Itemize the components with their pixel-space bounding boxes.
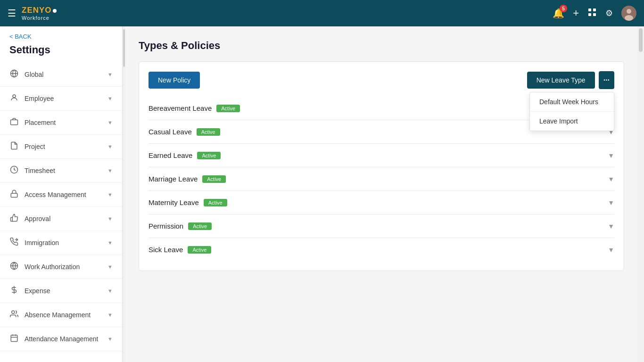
leave-name: Sick Leave: [149, 246, 183, 254]
logo: ZENYO Workforce: [22, 6, 57, 21]
leave-row[interactable]: Marriage Leave Active ▼: [149, 167, 614, 191]
dropdown-menu: Default Week Hours Leave Import: [529, 92, 614, 131]
chevron-approval: ▼: [107, 216, 113, 222]
leave-name: Earned Leave: [149, 151, 192, 159]
sidebar-label-attendance-management: Attendance Management: [25, 335, 98, 343]
chevron-placement: ▼: [107, 120, 113, 125]
sidebar-item-attendance-management[interactable]: Attendance Management ▼: [0, 327, 122, 351]
add-icon[interactable]: +: [573, 7, 579, 19]
svg-rect-3: [593, 13, 596, 16]
svg-rect-0: [588, 8, 591, 11]
immigration-icon: [9, 238, 19, 248]
main-layout: < BACK Settings Global ▼ Employee: [0, 26, 644, 362]
leave-row[interactable]: Permission Active ▼: [149, 214, 614, 238]
chevron-timesheet: ▼: [107, 168, 113, 173]
access-icon: [9, 189, 19, 200]
toolbar: New Policy New Leave Type ··· Default We…: [149, 71, 614, 89]
status-badge: Active: [202, 175, 226, 183]
back-button[interactable]: < BACK: [0, 26, 122, 42]
sidebar-item-immigration[interactable]: Immigration ▼: [0, 231, 122, 255]
chevron-access: ▼: [107, 192, 113, 197]
work-auth-icon: [9, 262, 19, 272]
gear-icon[interactable]: ⚙: [605, 8, 613, 18]
placement-icon: [9, 117, 19, 128]
leave-name: Bereavement Leave: [149, 104, 212, 112]
chevron-expense: ▼: [107, 288, 113, 294]
sidebar-label-work-authorization: Work Authorization: [25, 263, 80, 271]
project-icon: [9, 141, 19, 152]
sidebar-item-absence-management[interactable]: Absence Management ▼: [0, 303, 122, 327]
new-leave-type-button[interactable]: New Leave Type: [527, 72, 595, 89]
leave-name: Permission: [149, 222, 183, 230]
attendance-icon: [9, 334, 19, 344]
sidebar-scroll: Global ▼ Employee ▼ Placemen: [0, 63, 122, 362]
sidebar-label-access-management: Access Management: [25, 191, 86, 198]
toolbar-right: New Leave Type ··· Default Week Hours Le…: [527, 71, 614, 89]
chevron-project: ▼: [107, 144, 113, 149]
sidebar-item-project[interactable]: Project ▼: [0, 135, 122, 159]
status-badge: Active: [204, 199, 227, 206]
sidebar-item-access-management[interactable]: Access Management ▼: [0, 183, 122, 207]
page-title: Types & Policies: [139, 40, 624, 52]
sidebar-item-approval[interactable]: Approval ▼: [0, 207, 122, 231]
leave-name: Casual Leave: [149, 128, 192, 136]
grid-icon[interactable]: [587, 8, 597, 19]
expand-icon[interactable]: ▼: [608, 222, 614, 230]
sidebar-label-global: Global: [25, 71, 43, 78]
chevron-work-auth: ▼: [107, 264, 113, 270]
chevron-employee: ▼: [107, 96, 113, 101]
more-options-button[interactable]: ···: [599, 71, 614, 89]
svg-point-10: [13, 95, 16, 98]
sidebar-item-global[interactable]: Global ▼: [0, 63, 122, 87]
svg-rect-2: [588, 13, 591, 16]
new-policy-button[interactable]: New Policy: [149, 72, 200, 89]
svg-rect-1: [593, 8, 596, 11]
expand-icon[interactable]: ▼: [608, 175, 614, 183]
types-policies-card: New Policy New Leave Type ··· Default We…: [139, 61, 624, 271]
sidebar-label-absence-management: Absence Management: [25, 311, 91, 319]
dropdown-leave-import[interactable]: Leave Import: [530, 112, 614, 131]
approval-icon: [9, 214, 19, 224]
topnav: ☰ ZENYO Workforce 🔔 5 + ⚙: [0, 0, 644, 26]
sidebar-item-expense[interactable]: Expense ▼: [0, 279, 122, 303]
employee-icon: [9, 93, 19, 104]
expand-icon[interactable]: ▼: [608, 246, 614, 254]
status-badge: Active: [197, 128, 220, 136]
user-avatar[interactable]: [621, 6, 636, 21]
sidebar-label-approval: Approval: [25, 215, 50, 222]
status-badge: Active: [188, 222, 212, 230]
sidebar-label-immigration: Immigration: [25, 239, 59, 247]
sidebar-label-timesheet: Timesheet: [25, 167, 55, 174]
sidebar-item-work-authorization[interactable]: Work Authorization ▼: [0, 255, 122, 279]
status-badge: Active: [197, 152, 221, 159]
dropdown-default-week-hours[interactable]: Default Week Hours: [530, 92, 614, 112]
sidebar-item-employee[interactable]: Employee ▼: [0, 87, 122, 111]
svg-rect-13: [11, 193, 17, 197]
sidebar-item-placement[interactable]: Placement ▼: [0, 111, 122, 135]
leave-row[interactable]: Maternity Leave Active ▼: [149, 191, 614, 214]
expand-icon[interactable]: ▼: [608, 152, 614, 159]
global-icon: [9, 69, 19, 80]
notification-bell[interactable]: 🔔 5: [553, 8, 564, 19]
expand-icon[interactable]: ▼: [608, 199, 614, 206]
main-content: Types & Policies New Policy New Leave Ty…: [125, 26, 637, 362]
svg-rect-11: [11, 120, 18, 125]
logo-sub: Workforce: [22, 15, 50, 21]
sidebar-scrollbar-thumb: [123, 29, 125, 67]
sidebar: < BACK Settings Global ▼ Employee: [0, 26, 123, 362]
chevron-attendance: ▼: [107, 336, 113, 342]
svg-point-17: [12, 311, 15, 313]
topnav-left: ☰ ZENYO Workforce: [8, 6, 57, 21]
expense-icon: [9, 286, 19, 296]
sidebar-label-project: Project: [25, 143, 45, 150]
leave-row[interactable]: Sick Leave Active ▼: [149, 238, 614, 261]
sidebar-label-placement: Placement: [25, 119, 56, 126]
sidebar-item-timesheet[interactable]: Timesheet ▼: [0, 159, 122, 183]
chevron-global: ▼: [107, 72, 113, 77]
content-scrollbar[interactable]: [637, 26, 644, 362]
leave-row[interactable]: Earned Leave Active ▼: [149, 144, 614, 167]
sidebar-label-expense: Expense: [25, 287, 50, 295]
hamburger-menu[interactable]: ☰: [8, 8, 16, 19]
chevron-absence: ▼: [107, 312, 113, 318]
svg-rect-18: [11, 335, 17, 342]
